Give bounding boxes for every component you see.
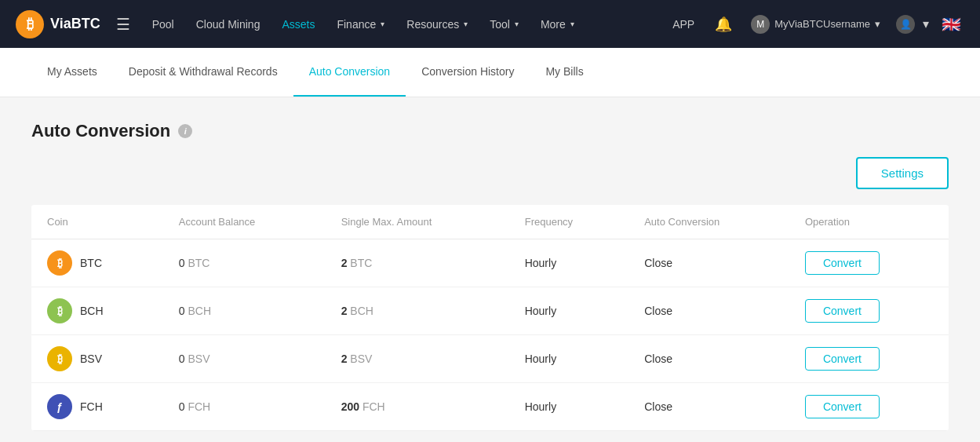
- coin-cell-bch: ₿ BCH: [31, 287, 163, 335]
- max-bold-btc: 2: [341, 257, 348, 269]
- balance-cell-btc: 0 BTC: [163, 239, 326, 287]
- coin-name-bch: BCH: [80, 305, 104, 317]
- max-bold-fch: 200: [341, 400, 359, 413]
- table-container: Coin Account Balance Single Max. Amount …: [31, 205, 949, 431]
- table-row: ₿ BSV 0 BSV 2 BSV Hourly Close Convert: [31, 335, 949, 383]
- page-title: Auto Conversion: [31, 121, 170, 141]
- nav-finance[interactable]: Finance ▾: [327, 13, 394, 35]
- operation-cell-bsv: Convert: [789, 335, 949, 383]
- coin-cell-btc: ₿ BTC: [31, 239, 163, 287]
- sub-nav: My Assets Deposit & Withdrawal Records A…: [0, 48, 980, 97]
- coin-icon-btc: ₿: [47, 250, 72, 276]
- nav-user[interactable]: M MyViaBTCUsername ▾: [743, 10, 888, 38]
- nav-chevron-account-icon: ▾: [923, 16, 929, 31]
- balance-amount-fch: 0: [179, 400, 185, 413]
- balance-cell-fch: 0 FCH: [163, 383, 326, 431]
- convert-button-bsv[interactable]: Convert: [805, 347, 880, 371]
- convert-button-bch[interactable]: Convert: [805, 299, 880, 323]
- balance-unit-btc: BTC: [188, 257, 209, 269]
- nav-cloud-mining[interactable]: Cloud Mining: [187, 13, 270, 35]
- balance-cell-bsv: 0 BSV: [163, 335, 326, 383]
- user-chevron-icon: ▾: [875, 18, 880, 30]
- navbar: ₿ ViaBTC ☰ Pool Cloud Mining Assets Fina…: [0, 0, 980, 48]
- balance-unit-fch: FCH: [188, 400, 210, 413]
- coin-icon-bsv: ₿: [47, 346, 72, 371]
- operation-cell-fch: Convert: [789, 383, 949, 431]
- nav-resources[interactable]: Resources ▾: [397, 13, 477, 35]
- page-title-row: Auto Conversion i: [31, 121, 949, 141]
- table-row: ₿ BTC 0 BTC 2 BTC Hourly Close Convert: [31, 239, 949, 287]
- resources-chevron-icon: ▾: [464, 20, 468, 28]
- frequency-cell-btc: Hourly: [509, 239, 629, 287]
- tool-chevron-icon: ▾: [515, 20, 519, 28]
- subnav-conversion-history[interactable]: Conversion History: [406, 48, 530, 97]
- settings-row: Settings: [31, 157, 949, 189]
- frequency-cell-fch: Hourly: [509, 383, 629, 431]
- table-header-row: Coin Account Balance Single Max. Amount …: [31, 205, 949, 239]
- coin-cell-fch: ƒ FCH: [31, 383, 163, 431]
- more-chevron-icon: ▾: [570, 20, 574, 28]
- coin-name-btc: BTC: [80, 257, 102, 269]
- auto-conversion-cell-fch: Close: [628, 383, 789, 431]
- convert-button-fch[interactable]: Convert: [805, 395, 880, 418]
- nav-assets[interactable]: Assets: [272, 13, 324, 35]
- max-unit-bsv: BSV: [350, 353, 372, 365]
- balance-amount-bsv: 0: [179, 353, 185, 365]
- svg-text:₿: ₿: [27, 16, 34, 32]
- auto-conversion-cell-bsv: Close: [628, 335, 789, 383]
- logo-text: ViaBTC: [50, 16, 100, 32]
- main-content: Auto Conversion i Settings Coin Account …: [0, 97, 980, 442]
- max-unit-fch: FCH: [362, 400, 385, 413]
- hamburger-button[interactable]: ☰: [111, 10, 135, 38]
- coin-name-bsv: BSV: [80, 353, 102, 365]
- nav-pool[interactable]: Pool: [143, 13, 184, 35]
- table-row: ƒ FCH 0 FCH 200 FCH Hourly Close Convert: [31, 383, 949, 431]
- col-header-frequency: Frequency: [509, 205, 629, 239]
- auto-conversion-cell-btc: Close: [628, 239, 789, 287]
- balance-amount-bch: 0: [179, 305, 185, 317]
- convert-button-btc[interactable]: Convert: [805, 251, 880, 275]
- table-row: ₿ BCH 0 BCH 2 BCH Hourly Close Convert: [31, 287, 949, 335]
- language-flag-icon[interactable]: 🇬🇧: [938, 12, 964, 37]
- max-bold-bsv: 2: [341, 353, 348, 365]
- max-amount-cell-bsv: 2 BSV: [326, 335, 509, 383]
- balance-cell-bch: 0 BCH: [163, 287, 326, 335]
- balance-amount-btc: 0: [179, 257, 185, 269]
- logo[interactable]: ₿ ViaBTC: [16, 10, 100, 38]
- nav-tool[interactable]: Tool ▾: [480, 13, 528, 35]
- coin-cell-bsv: ₿ BSV: [31, 335, 163, 383]
- max-amount-cell-bch: 2 BCH: [326, 287, 509, 335]
- nav-account-icon[interactable]: 👤: [896, 15, 915, 34]
- coin-name-fch: FCH: [80, 400, 103, 413]
- col-header-balance: Account Balance: [163, 205, 326, 239]
- info-icon[interactable]: i: [178, 124, 192, 138]
- coin-icon-fch: ƒ: [47, 394, 72, 419]
- coin-icon-bch: ₿: [47, 298, 72, 323]
- avatar: M: [751, 15, 770, 34]
- max-unit-btc: BTC: [350, 257, 372, 269]
- logo-icon: ₿: [16, 10, 44, 38]
- balance-unit-bch: BCH: [188, 305, 211, 317]
- col-header-auto-conversion: Auto Conversion: [628, 205, 789, 239]
- settings-button[interactable]: Settings: [856, 157, 949, 189]
- subnav-deposit-withdrawal[interactable]: Deposit & Withdrawal Records: [113, 48, 293, 97]
- finance-chevron-icon: ▾: [381, 20, 384, 28]
- max-amount-cell-btc: 2 BTC: [326, 239, 509, 287]
- subnav-my-assets[interactable]: My Assets: [31, 48, 113, 97]
- username-label: MyViaBTCUsername: [774, 18, 870, 30]
- frequency-cell-bch: Hourly: [509, 287, 629, 335]
- bell-icon[interactable]: 🔔: [707, 11, 740, 38]
- nav-more[interactable]: More ▾: [531, 13, 584, 35]
- col-header-max-amount: Single Max. Amount: [326, 205, 509, 239]
- operation-cell-btc: Convert: [789, 239, 949, 287]
- max-amount-cell-fch: 200 FCH: [326, 383, 509, 431]
- frequency-cell-bsv: Hourly: [509, 335, 629, 383]
- col-header-coin: Coin: [31, 205, 163, 239]
- subnav-my-bills[interactable]: My Bills: [530, 48, 599, 97]
- auto-conversion-cell-bch: Close: [628, 287, 789, 335]
- max-unit-bch: BCH: [350, 305, 373, 317]
- max-bold-bch: 2: [341, 305, 348, 317]
- nav-app[interactable]: APP: [663, 13, 704, 35]
- subnav-auto-conversion[interactable]: Auto Conversion: [293, 48, 406, 97]
- col-header-operation: Operation: [789, 205, 949, 239]
